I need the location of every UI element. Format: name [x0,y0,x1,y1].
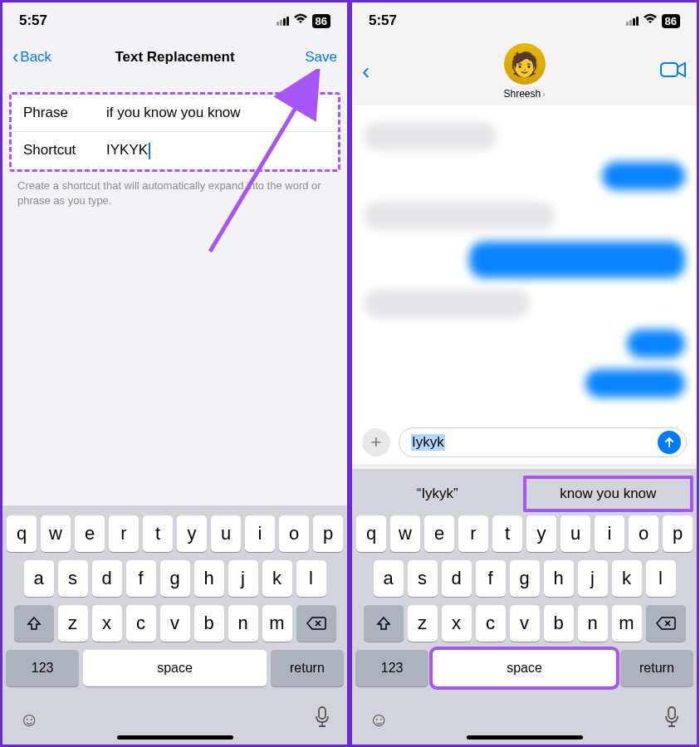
key-p[interactable]: p [313,515,343,552]
key-l[interactable]: l [646,560,676,597]
key-h[interactable]: h [194,560,224,597]
status-time: 5:57 [369,12,397,29]
key-f[interactable]: f [476,560,506,597]
back-button[interactable]: ‹ [362,58,370,85]
key-n[interactable]: n [578,605,608,642]
key-d[interactable]: d [442,560,472,597]
emoji-icon[interactable]: ☺ [369,708,389,731]
key-m[interactable]: m [262,605,292,642]
message-bubble [364,202,555,230]
status-bar: 5:57 86 [352,2,697,39]
key-i[interactable]: i [245,515,275,552]
mic-icon[interactable] [663,706,680,733]
key-o[interactable]: o [279,515,309,552]
phrase-row[interactable]: Phrase if you know you know [12,95,338,132]
key-m[interactable]: m [612,605,642,642]
backspace-key[interactable] [646,605,686,642]
suggestion-expansion[interactable]: know you know [523,476,694,512]
phone-right-messages: 5:57 86 ‹ 🧑 Shreesh› [350,0,699,747]
video-call-icon[interactable] [660,61,687,82]
key-e[interactable]: e [424,515,454,552]
key-u[interactable]: u [211,515,241,552]
mic-icon[interactable] [314,706,330,733]
keyboard: q w e r t y u i o p a s d f g h j k l [2,505,347,745]
keyboard-row-4: 123 space return [355,650,693,686]
cellular-icon [626,17,639,26]
key-x[interactable]: x [92,605,122,642]
messages-body[interactable] [352,105,697,421]
key-q[interactable]: q [7,515,37,552]
message-bubble [364,290,530,318]
save-button[interactable]: Save [305,49,337,66]
key-z[interactable]: z [58,605,88,642]
return-key[interactable]: return [271,650,344,686]
send-button[interactable] [658,431,681,454]
wifi-icon [643,13,658,28]
backspace-key[interactable] [296,605,336,642]
shortcut-input[interactable]: IYKYK [106,142,326,159]
return-key[interactable]: return [620,650,693,686]
key-y[interactable]: y [526,515,556,552]
message-input[interactable]: Iykyk [399,427,687,457]
key-z[interactable]: z [408,605,438,642]
key-s[interactable]: s [408,560,438,597]
shift-key[interactable] [364,605,404,642]
phrase-input[interactable]: if you know you know [106,105,326,121]
key-p[interactable]: p [663,515,693,552]
key-w[interactable]: w [390,515,420,552]
key-b[interactable]: b [544,605,574,642]
space-key[interactable]: space [433,650,616,686]
key-e[interactable]: e [75,515,105,552]
key-s[interactable]: s [58,560,88,597]
contact-info[interactable]: 🧑 Shreesh› [352,43,697,100]
key-i[interactable]: i [595,515,624,552]
key-q[interactable]: q [356,515,386,552]
plus-button[interactable]: + [362,428,390,456]
key-l[interactable]: l [296,560,326,597]
key-d[interactable]: d [92,560,122,597]
key-t[interactable]: t [492,515,522,552]
key-n[interactable]: n [228,605,258,642]
key-b[interactable]: b [194,605,224,642]
key-v[interactable]: v [160,605,190,642]
keyboard-row-3: z x c v b n m [355,605,693,642]
key-v[interactable]: v [510,605,540,642]
numeric-key[interactable]: 123 [355,650,428,686]
key-o[interactable]: o [629,515,658,552]
key-j[interactable]: j [228,560,258,597]
svg-rect-3 [668,707,675,719]
help-text: Create a shortcut that will automaticall… [2,172,347,215]
home-indicator[interactable] [467,735,583,740]
key-a[interactable]: a [374,560,404,597]
shift-key[interactable] [14,605,54,642]
suggestion-original[interactable]: “Iykyk” [355,479,520,509]
key-j[interactable]: j [578,560,608,597]
keyboard: “Iykyk” know you know q w e r t y u i o … [352,469,697,745]
message-bubble [602,162,685,190]
key-y[interactable]: y [177,515,207,552]
key-h[interactable]: h [544,560,574,597]
space-key[interactable]: space [83,650,267,686]
numeric-key[interactable]: 123 [6,650,79,686]
shortcut-row[interactable]: Shortcut IYKYK [12,132,338,169]
emoji-icon[interactable]: ☺ [19,708,40,731]
back-button[interactable]: ‹ Back [12,46,51,68]
phrase-label: Phrase [23,105,106,121]
key-w[interactable]: w [41,515,71,552]
key-k[interactable]: k [262,560,292,597]
key-c[interactable]: c [126,605,156,642]
key-r[interactable]: r [458,515,488,552]
key-a[interactable]: a [24,560,54,597]
status-time: 5:57 [19,12,47,29]
key-u[interactable]: u [560,515,590,552]
key-k[interactable]: k [612,560,642,597]
key-g[interactable]: g [160,560,190,597]
key-t[interactable]: t [143,515,173,552]
key-x[interactable]: x [442,605,472,642]
key-c[interactable]: c [476,605,506,642]
key-g[interactable]: g [510,560,540,597]
key-f[interactable]: f [126,560,156,597]
status-right: 86 [277,13,330,28]
key-r[interactable]: r [109,515,139,552]
home-indicator[interactable] [117,735,233,740]
